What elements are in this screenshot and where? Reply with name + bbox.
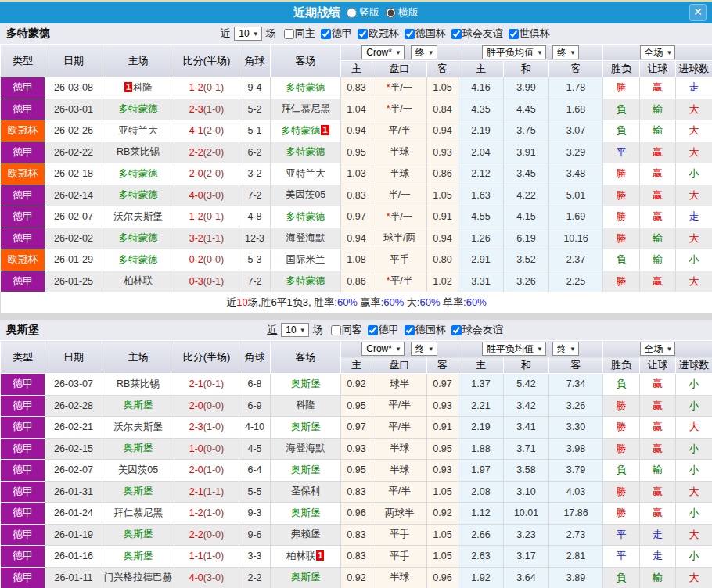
odds-away: 1.05 — [427, 77, 458, 99]
near-link[interactable]: 近 — [267, 323, 277, 337]
odds-away: 0.86 — [427, 163, 458, 185]
close-icon[interactable]: ✕ — [689, 4, 707, 21]
odds-home: 0.92 — [341, 374, 372, 396]
filter-checkbox-同主[interactable]: 同主 — [280, 27, 315, 41]
team-name-text: 多特蒙德 — [281, 125, 320, 136]
avg-draw: 3.75 — [504, 120, 549, 142]
team-name: 弗赖堡 — [271, 524, 341, 546]
red-card-badge: 1 — [316, 550, 324, 561]
full-time-score: 4-0 — [189, 190, 203, 201]
checkbox[interactable] — [321, 29, 331, 39]
filter-checkbox-德甲[interactable]: 德甲 — [317, 27, 352, 41]
checkbox-label: 同客 — [342, 323, 362, 337]
odds-away: 0.93 — [427, 142, 458, 163]
avg-away: 3.07 — [549, 120, 603, 142]
team-section-title: 奥斯堡 — [6, 323, 39, 337]
score: 4-1(2-0) — [174, 120, 239, 142]
handicap: *半/一 — [372, 99, 427, 120]
filter-checkbox-欧冠杯[interactable]: 欧冠杯 — [354, 27, 399, 41]
avg-away: 2.25 — [549, 271, 603, 292]
bookmaker-select[interactable]: Crow*▼ — [361, 342, 405, 356]
handicap: 球半/两 — [372, 228, 427, 249]
odds-away: 1.05 — [427, 546, 458, 568]
team-name: 多特蒙德 — [271, 206, 341, 228]
half-time-score: (0-0) — [203, 443, 224, 454]
avg-away: 2.81 — [549, 546, 603, 568]
filter-checkbox-德国杯[interactable]: 德国杯 — [401, 27, 446, 41]
full-time-score: 2-1 — [189, 378, 203, 389]
match-count-select[interactable]: 10▼ — [281, 323, 308, 337]
score: 3-2(1-1) — [174, 228, 239, 249]
radio-vertical[interactable] — [347, 8, 357, 18]
filter-checkbox-世俱杯[interactable]: 世俱杯 — [505, 27, 550, 41]
avg-home: 2.04 — [458, 142, 504, 163]
checkbox[interactable] — [368, 325, 378, 335]
match-count-select[interactable]: 10▼ — [234, 27, 261, 41]
handicap: 球半 — [372, 374, 427, 396]
checkbox[interactable] — [405, 29, 415, 39]
handicap-text: 半/一 — [390, 211, 412, 222]
result-outcome: 勝 — [603, 271, 640, 292]
bookmaker-select[interactable]: Crow*▼ — [361, 45, 405, 59]
sub-header-avg-home: 主 — [458, 357, 504, 374]
games-label: 场 — [313, 323, 323, 337]
corners: 6-9 — [239, 395, 271, 417]
chevron-down-icon: ▼ — [537, 346, 543, 353]
avg-draw: 3.41 — [504, 417, 549, 439]
filter-bar: 近10▼场同主德甲欧冠杯德国杯球会友谊世俱杯 — [220, 27, 549, 41]
odds-stage-select[interactable]: 终▼ — [411, 342, 437, 356]
checkbox[interactable] — [451, 29, 462, 39]
avg-stage-select[interactable]: 终▼ — [552, 342, 579, 356]
result-goals: 大 — [676, 567, 712, 588]
near-link[interactable]: 近 — [220, 27, 230, 41]
filter-checkbox-德甲[interactable]: 德甲 — [364, 323, 399, 337]
league-badge: 德甲 — [1, 142, 45, 163]
match-date: 26-02-21 — [45, 417, 102, 439]
handicap: 平手 — [372, 524, 427, 546]
checkbox[interactable] — [405, 325, 415, 335]
team-name: 美因茨05 — [271, 185, 341, 206]
avg-home: 2.12 — [458, 163, 504, 185]
avg-away: 4.03 — [549, 481, 603, 503]
avg-stage-select[interactable]: 终▼ — [552, 45, 579, 59]
period-select[interactable]: 全场▼ — [640, 342, 676, 356]
result-handicap: 赢 — [640, 163, 676, 185]
checkbox[interactable] — [284, 29, 294, 39]
layout-option-vertical[interactable]: 竖版 — [347, 5, 379, 20]
period-select[interactable]: 全场▼ — [640, 45, 676, 59]
match-row: 德甲26-02-14多特蒙德4-0(3-0)7-2美因茨050.83半/一1.0… — [1, 185, 712, 206]
col-header-away: 客场 — [271, 341, 341, 374]
checkbox[interactable] — [358, 29, 368, 39]
full-time-score: 1-1 — [189, 550, 203, 561]
league-badge: 德甲 — [1, 185, 45, 206]
filter-checkbox-球会友谊[interactable]: 球会友谊 — [448, 27, 503, 41]
avg-away: 5.01 — [549, 185, 603, 206]
odds-away: 0.80 — [427, 249, 458, 271]
radio-horizontal[interactable] — [386, 8, 396, 18]
avg-select[interactable]: 胜平负均值▼ — [482, 45, 546, 59]
checkbox[interactable] — [451, 325, 462, 335]
filter-checkbox-球会友谊[interactable]: 球会友谊 — [448, 323, 503, 337]
half-time-score: (1-1) — [203, 233, 224, 244]
half-time-score: (3-0) — [203, 190, 224, 201]
odds-stage-select[interactable]: 终▼ — [411, 45, 437, 59]
odds-home: 0.95 — [341, 460, 372, 482]
summary-text: 近10场,胜6平1负3, 胜率:60% 赢率:60% 大:60% 单率:60% — [1, 292, 712, 314]
team-section: 多特蒙德 近10▼场同主德甲欧冠杯德国杯球会友谊世俱杯 类型 日期 主场 比分(… — [0, 23, 712, 314]
checkbox[interactable] — [509, 29, 519, 39]
team-name-text: 亚特兰大 — [119, 125, 158, 136]
team-name-text: 柏林联 — [286, 550, 316, 561]
checkbox[interactable] — [331, 325, 341, 335]
half-time-score: (2-0) — [203, 168, 224, 179]
filter-checkbox-同客[interactable]: 同客 — [327, 323, 362, 337]
result-goals: 大 — [676, 524, 712, 546]
filter-checkbox-德国杯[interactable]: 德国杯 — [401, 323, 446, 337]
layout-option-horizontal[interactable]: 横版 — [386, 5, 419, 20]
sub-header-odds-home: 主 — [341, 61, 372, 77]
avg-select[interactable]: 胜平负均值▼ — [482, 342, 546, 356]
checkbox-label: 球会友谊 — [462, 323, 503, 337]
avg-draw: 3.23 — [504, 524, 549, 546]
full-time-score: 2-3 — [189, 421, 203, 432]
match-date: 26-01-11 — [45, 567, 102, 588]
league-badge: 德甲 — [1, 99, 45, 120]
